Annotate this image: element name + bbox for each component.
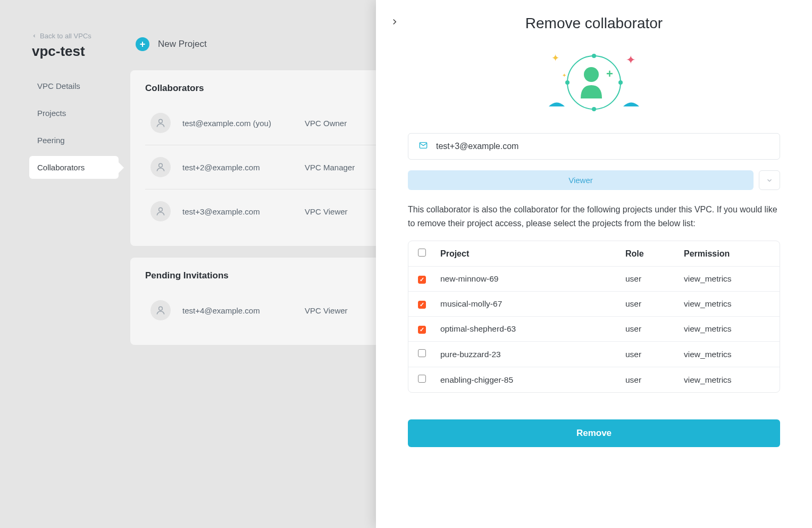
collaborator-email-display: test+3@example.com [408, 133, 780, 160]
svg-text:✦: ✦ [551, 53, 559, 63]
user-icon [150, 157, 171, 177]
project-name: enabling-chigger-85 [440, 375, 625, 385]
collaborator-email: test@example.com (you) [182, 119, 305, 128]
header-project: Project [440, 249, 625, 259]
project-permission: view_metrics [684, 324, 774, 334]
project-role: user [625, 324, 684, 334]
project-role: user [625, 350, 684, 359]
project-checkbox[interactable] [418, 276, 426, 284]
project-checkbox[interactable] [418, 326, 426, 334]
user-icon [150, 113, 171, 133]
sidebar: Back to all VPCs vpc-test VPC DetailsPro… [0, 0, 119, 528]
chevron-left-icon [32, 32, 37, 40]
collaborator-role: VPC Viewer [305, 207, 348, 216]
remove-button[interactable]: Remove [408, 419, 780, 447]
header-permission: Permission [684, 249, 774, 259]
sidebar-item-projects[interactable]: Projects [0, 102, 119, 125]
collaborator-illustration: + ✦ ✦ ✦ [408, 48, 780, 117]
svg-point-4 [567, 56, 621, 109]
header-role: Role [625, 249, 684, 259]
svg-point-8 [618, 80, 623, 85]
project-permission: view_metrics [684, 274, 774, 284]
svg-point-0 [159, 119, 163, 123]
project-checkbox[interactable] [418, 349, 426, 357]
project-name: pure-buzzard-23 [440, 350, 625, 359]
project-permission: view_metrics [684, 350, 774, 359]
user-icon [150, 300, 171, 320]
collaborator-role: VPC Viewer [305, 306, 348, 315]
collaborator-email: test+3@example.com [182, 207, 305, 216]
remove-collaborator-drawer: Remove collaborator + ✦ ✦ ✦ test+3@examp… [376, 0, 812, 528]
role-dropdown-toggle[interactable] [759, 170, 780, 190]
project-role: user [625, 299, 684, 309]
collaborator-email: test+2@example.com [182, 163, 305, 172]
project-checkbox[interactable] [418, 375, 426, 383]
project-role: user [625, 274, 684, 284]
project-name: optimal-shepherd-63 [440, 324, 625, 334]
svg-point-9 [584, 67, 599, 82]
collaborator-role: VPC Manager [305, 163, 355, 172]
svg-text:✦: ✦ [562, 72, 566, 78]
project-permission: view_metrics [684, 299, 774, 309]
new-project-label: New Project [158, 39, 207, 50]
projects-table: Project Role Permission new-minnow-69use… [408, 241, 780, 393]
collaborator-email: test+3@example.com [436, 142, 518, 151]
svg-point-2 [159, 208, 163, 211]
svg-point-1 [159, 163, 163, 167]
project-checkbox[interactable] [418, 301, 426, 309]
vpc-title: vpc-test [0, 43, 119, 60]
mail-icon [418, 141, 429, 152]
sidebar-item-vpc-details[interactable]: VPC Details [0, 75, 119, 97]
svg-point-3 [159, 307, 163, 310]
svg-point-6 [592, 107, 596, 111]
table-row: enabling-chigger-85userview_metrics [408, 367, 780, 392]
svg-text:✦: ✦ [626, 53, 635, 67]
collaborator-role: VPC Owner [305, 119, 347, 128]
drawer-close-button[interactable] [390, 17, 399, 29]
plus-icon: + [136, 37, 149, 51]
table-row: new-minnow-69userview_metrics [408, 267, 780, 292]
role-selector: Viewer [408, 170, 780, 190]
select-all-checkbox[interactable] [418, 249, 426, 257]
project-name: new-minnow-69 [440, 274, 625, 284]
svg-point-7 [565, 80, 570, 85]
back-to-vpcs-link[interactable]: Back to all VPCs [0, 32, 119, 40]
project-name: musical-molly-67 [440, 299, 625, 309]
svg-point-5 [592, 54, 596, 58]
project-role: user [625, 375, 684, 385]
sidebar-item-peering[interactable]: Peering [0, 129, 119, 152]
project-permission: view_metrics [684, 375, 774, 385]
table-row: optimal-shepherd-63userview_metrics [408, 317, 780, 342]
svg-text:+: + [606, 67, 613, 80]
table-row: pure-buzzard-23userview_metrics [408, 342, 780, 367]
table-row: musical-molly-67userview_metrics [408, 292, 780, 317]
user-icon [150, 201, 171, 221]
collaborator-email: test+4@example.com [182, 306, 305, 315]
role-pill[interactable]: Viewer [408, 170, 754, 190]
sidebar-item-collaborators[interactable]: Collaborators [29, 156, 119, 179]
table-header-row: Project Role Permission [408, 241, 780, 267]
back-link-label: Back to all VPCs [40, 32, 91, 40]
drawer-title: Remove collaborator [408, 15, 780, 32]
drawer-description: This collaborator is also the collaborat… [408, 203, 780, 230]
